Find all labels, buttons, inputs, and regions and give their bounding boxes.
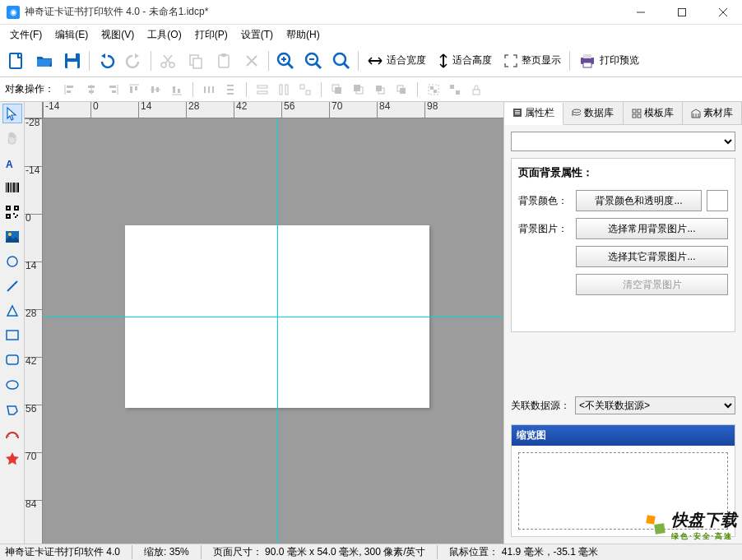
gauge-tool[interactable]: [2, 424, 22, 444]
guide-vertical[interactable]: [277, 118, 278, 544]
hand-tool[interactable]: [2, 128, 22, 148]
menu-file[interactable]: 文件(F): [3, 26, 49, 44]
thumbnail-header: 缩览图: [512, 425, 735, 446]
star-tool[interactable]: [2, 449, 22, 469]
bgcolor-swatch[interactable]: [707, 190, 728, 211]
align-center-v-icon[interactable]: [146, 81, 165, 99]
datasource-select[interactable]: <不关联数据源>: [575, 396, 735, 414]
same-size-icon[interactable]: [296, 81, 314, 99]
canvas-area[interactable]: [43, 118, 503, 544]
guide-horizontal[interactable]: [43, 317, 503, 317]
svg-rect-106: [515, 113, 520, 114]
undo-button[interactable]: [93, 48, 119, 74]
svg-point-107: [573, 109, 581, 113]
objops-label: 对象操作：: [5, 82, 54, 96]
text-tool[interactable]: A: [2, 153, 22, 173]
dist-v-icon[interactable]: [221, 81, 239, 99]
object-select[interactable]: [511, 132, 735, 151]
ruler-horizontal: -14014284256708498: [43, 102, 503, 118]
menu-tools[interactable]: 工具(O): [141, 26, 188, 44]
printer-icon: [578, 53, 596, 68]
tab-properties[interactable]: 属性栏: [504, 103, 563, 125]
full-page-icon: [503, 53, 518, 68]
svg-rect-115: [646, 515, 656, 525]
status-zoom: 缩放: 35%: [144, 545, 202, 559]
tab-templates[interactable]: 模板库: [624, 102, 683, 124]
choose-common-bg-button[interactable]: 选择常用背景图片...: [576, 218, 728, 239]
bring-forward-icon[interactable]: [371, 81, 389, 99]
cut-button[interactable]: [155, 48, 181, 74]
menu-edit[interactable]: 编辑(E): [49, 26, 95, 44]
menu-help[interactable]: 帮助(H): [280, 26, 327, 44]
lock-icon[interactable]: [467, 81, 485, 99]
svg-rect-81: [13, 183, 15, 192]
send-backward-icon[interactable]: [392, 81, 410, 99]
minimize-button[interactable]: [628, 4, 653, 21]
full-page-button[interactable]: 整页显示: [499, 48, 566, 74]
roundrect-tool[interactable]: [2, 350, 22, 370]
window-controls: [628, 4, 735, 21]
send-back-icon[interactable]: [350, 81, 368, 99]
svg-rect-59: [285, 85, 288, 95]
barcode-tool[interactable]: [2, 178, 22, 197]
image-tool[interactable]: [2, 227, 22, 247]
dist-h-icon[interactable]: [200, 81, 218, 99]
svg-line-96: [7, 281, 17, 291]
qrcode-tool[interactable]: [2, 202, 22, 222]
canvas-workspace[interactable]: -14014284256708498 -28-140142842567084: [25, 102, 503, 544]
svg-rect-83: [17, 183, 19, 192]
svg-rect-37: [89, 90, 94, 93]
polygon-tool[interactable]: [2, 400, 22, 419]
svg-rect-105: [515, 112, 520, 113]
watermark-main: 快盘下载: [671, 511, 737, 529]
svg-rect-97: [7, 331, 18, 340]
clear-bg-button[interactable]: 清空背景图片: [576, 274, 728, 295]
same-height-icon[interactable]: [275, 81, 293, 99]
bring-front-icon[interactable]: [328, 81, 346, 99]
object-ops-toolbar: 对象操作：: [0, 77, 742, 102]
ellipse-tool[interactable]: [2, 375, 22, 395]
paste-button[interactable]: [211, 48, 237, 74]
print-preview-button[interactable]: 打印预览: [573, 48, 644, 74]
menu-settings[interactable]: 设置(T): [234, 26, 280, 44]
ungroup-icon[interactable]: [446, 81, 464, 99]
same-width-icon[interactable]: [253, 81, 271, 99]
align-left-icon[interactable]: [61, 81, 79, 99]
align-top-icon[interactable]: [125, 81, 143, 99]
fit-width-button[interactable]: 适合宽度: [362, 48, 431, 74]
svg-rect-104: [515, 110, 520, 111]
svg-line-23: [316, 63, 321, 68]
object-select-dropdown[interactable]: [511, 132, 735, 151]
zoom-actual-button[interactable]: [328, 48, 355, 74]
align-right-icon[interactable]: [104, 81, 122, 99]
menu-print[interactable]: 打印(P): [188, 26, 234, 44]
maximize-button[interactable]: [670, 4, 694, 21]
copy-button[interactable]: [183, 48, 209, 74]
zoom-out-button[interactable]: [300, 48, 327, 74]
redo-button[interactable]: [121, 48, 147, 74]
menu-view[interactable]: 视图(V): [95, 26, 141, 44]
fit-width-icon: [367, 55, 383, 67]
group-icon[interactable]: [424, 81, 443, 99]
line-tool[interactable]: [2, 276, 22, 296]
triangle-tool[interactable]: [2, 301, 22, 321]
save-button[interactable]: [59, 48, 86, 74]
new-button[interactable]: [3, 48, 30, 74]
fit-height-button[interactable]: 适合高度: [433, 48, 497, 74]
close-button[interactable]: [711, 4, 735, 21]
svg-rect-90: [13, 213, 15, 215]
rect-tool[interactable]: [2, 326, 22, 345]
delete-button[interactable]: [239, 48, 265, 74]
align-center-h-icon[interactable]: [82, 81, 100, 99]
bgcolor-button[interactable]: 背景颜色和透明度...: [576, 190, 702, 211]
svg-rect-7: [67, 62, 77, 68]
pointer-tool[interactable]: [2, 104, 22, 123]
align-bottom-icon[interactable]: [168, 81, 186, 99]
tab-assets[interactable]: 素材库: [683, 102, 742, 124]
choose-other-bg-button[interactable]: 选择其它背景图片...: [576, 246, 728, 267]
svg-line-26: [344, 63, 349, 68]
tab-database[interactable]: 数据库: [563, 102, 623, 124]
circle-hollow-tool[interactable]: [2, 252, 22, 271]
open-button[interactable]: [31, 48, 58, 74]
zoom-in-button[interactable]: [272, 48, 299, 74]
